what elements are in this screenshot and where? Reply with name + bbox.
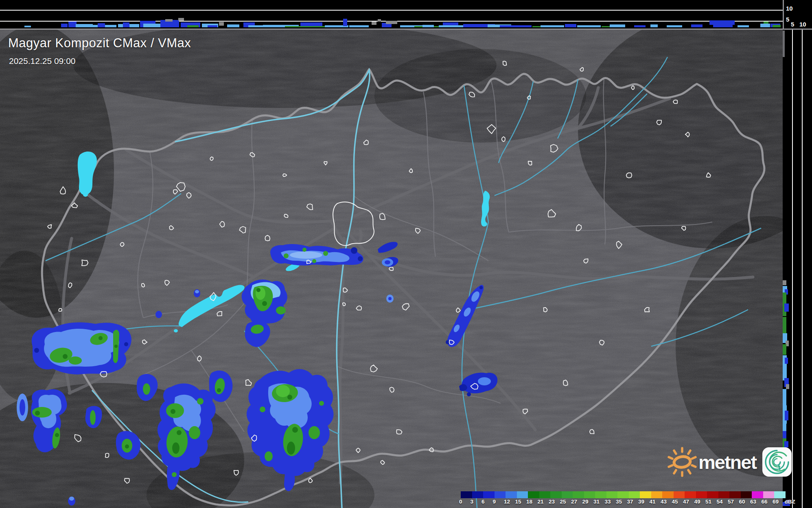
colorbar-tick-label: 23 [549,499,555,505]
colorbar-cell [696,491,707,498]
colorbar-tick-label: 41 [650,499,656,505]
colorbar-tick-label: 29 [582,499,589,505]
colorbar-tick-label: 47 [683,499,689,505]
colorbar-tick-label: 21 [538,499,544,505]
top-profile-echoes [0,0,783,29]
radar-echo [565,24,576,27]
radar-echo [577,25,601,27]
radar-echo [541,25,564,27]
colorbar-cell [528,491,539,498]
colorbar-tick-label: 66 [762,499,768,505]
radar-echo [783,317,786,333]
colorbar-tick-label: 12 [504,499,510,505]
right-profile-strip[interactable] [783,30,812,508]
radar-echo [650,24,658,27]
colorbar-tick-label: 60 [739,499,745,505]
colorbar-cell [640,491,651,498]
colorbar-cell [707,491,718,498]
colorbar-tick-label: 15 [515,499,521,505]
colorbar-tick-label: 31 [593,499,600,505]
radar-echo [738,25,749,27]
radar-echo [165,19,173,22]
colorbar-tick-label: 51 [705,499,711,505]
radar-echo [98,23,105,27]
colorbar-cell [506,491,517,498]
radar-echo [76,24,93,27]
colorbar-cell [718,491,730,498]
radar-echo [785,411,788,420]
cyclone-app-icon [762,447,792,477]
right-axis-label-5: 5 [791,21,794,28]
colorbar-cell [662,491,674,498]
colorbar-tick-label: 54 [717,499,723,505]
colorbar-tick-label: 33 [605,499,611,505]
lake-kisbalaton [174,329,178,332]
colorbar-tick-label: 43 [661,499,667,505]
colorbar-tick-label: 63 [750,499,756,505]
radar-echo [783,280,786,285]
radar-echo [610,24,625,27]
radar-echo [713,24,733,27]
colorbar-cell [562,491,573,498]
radar-echo [343,19,347,26]
radar-echo [667,25,682,27]
colorbar-cell [741,491,752,498]
colorbar-cell [729,491,741,498]
colorbar-cell [606,491,618,498]
colorbar-cell [674,491,685,498]
radar-echo [783,431,786,438]
radar-echo [219,22,224,26]
radar-echo [783,344,786,355]
colorbar-cell [685,491,696,498]
colorbar-cell [763,491,775,498]
colorbar-tick-label: 69 [773,499,779,505]
radar-app-window: 10 5 5 10 Magyar Kompozit CMax / VMax 20… [0,0,812,508]
radar-map[interactable] [0,0,812,508]
colorbar-cells [461,491,786,498]
colorbar-tick-label: 0 [459,499,462,505]
radar-echo [443,22,458,25]
colorbar-unit-label: dBZ [785,499,795,505]
lake-tisza-south [482,222,487,227]
top-profile-strip[interactable] [0,0,783,30]
radar-echo [61,24,68,27]
radar-echo [178,18,184,21]
colorbar-cell [550,491,562,498]
colorbar-cell [539,491,551,498]
radar-echo [24,26,31,27]
colorbar-cell [629,491,640,498]
radar-echo [783,424,786,432]
colorbar-cell [595,491,606,498]
radar-echo [386,21,397,24]
colorbar-tick-label: 45 [672,499,678,505]
colorbar-cell [472,491,484,498]
colorbar-cell [495,491,506,498]
radar-echo [208,25,217,27]
radar-echo [783,389,786,405]
radar-echo [773,25,781,27]
colorbar-tick-label: 39 [638,499,644,505]
right-axis-label-10: 10 [799,21,806,28]
colorbar-cell [774,491,786,498]
radar-echo [760,24,770,27]
radar-echo [123,22,129,27]
colorbar-tick-label: 57 [728,499,734,505]
colorbar-tick-label: 9 [493,499,496,505]
radar-echo [187,25,199,27]
sun-icon [667,446,698,478]
timestamp: 2025.12.25 09:00 [9,56,76,66]
colorbar-labels: 0369121518212325272931333537394143454749… [461,499,786,506]
radar-echo [422,25,434,27]
metnet-logo[interactable]: metnet [667,446,792,478]
dbz-colorbar: 0369121518212325272931333537394143454749… [461,491,786,507]
top-axis-label-10: 10 [786,5,793,12]
colorbar-tick-label: 27 [571,499,577,505]
radar-echo [378,19,381,22]
radar-echo [500,25,532,27]
colorbar-tick-label: 49 [694,499,700,505]
page-title: Magyar Kompozit CMax / VMax [8,36,191,51]
colorbar-cell [584,491,595,498]
radar-echo [349,25,369,27]
radar-echo [784,303,789,312]
colorbar-cell [752,491,763,498]
